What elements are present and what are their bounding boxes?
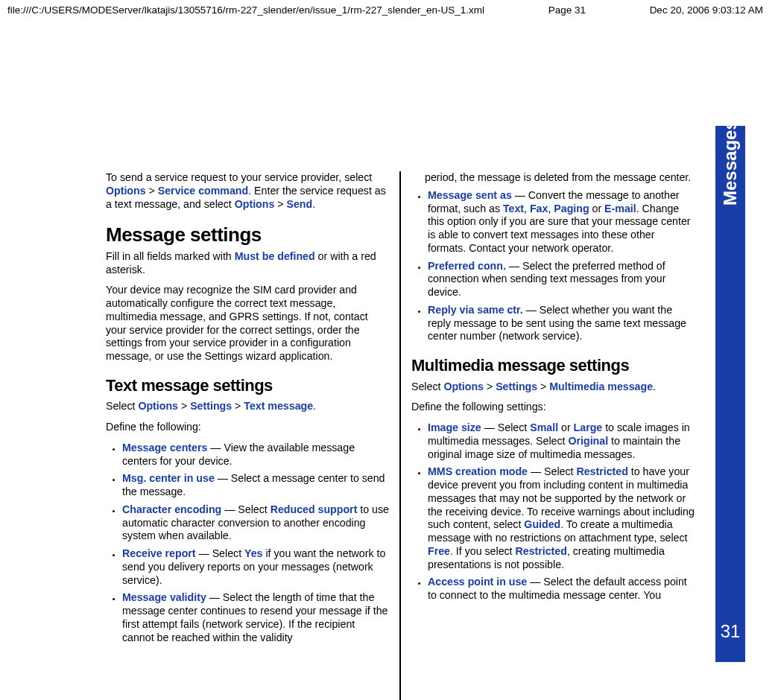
select-path-mms: Select Options > Settings > Multimedia m… xyxy=(411,381,695,394)
page-number: 31 xyxy=(715,620,745,643)
fill-fields-paragraph: Fill in all fields marked with Must be d… xyxy=(106,250,389,277)
text-settings-list: Message centers — View the available mes… xyxy=(106,442,389,645)
list-item: Message sent as — Convert the message to… xyxy=(428,189,695,255)
sim-paragraph: Your device may recognize the SIM card p… xyxy=(106,284,389,363)
heading-message-settings: Message settings xyxy=(106,223,389,247)
define-following-mms: Define the following settings: xyxy=(411,401,695,414)
file-path: file:///C:/USERS/MODEServer/lkatajis/130… xyxy=(7,4,484,17)
page-indicator: Page 31 xyxy=(548,4,586,17)
page: file:///C:/USERS/MODEServer/lkatajis/130… xyxy=(0,0,778,700)
define-following: Define the following: xyxy=(106,421,389,434)
heading-multimedia-settings: Multimedia message settings xyxy=(411,355,695,376)
list-item: Character encoding — Select Reduced supp… xyxy=(122,503,389,543)
timestamp: Dec 20, 2006 9:03:12 AM xyxy=(650,4,763,17)
section-tab-label: Messages xyxy=(719,176,741,206)
content: To send a service request to your servic… xyxy=(95,171,705,700)
intro-paragraph: To send a service request to your servic… xyxy=(106,171,389,211)
list-item: Message centers — View the available mes… xyxy=(122,442,389,468)
heading-text-message-settings: Text message settings xyxy=(106,375,389,396)
list-item: Image size — Select Small or Large to sc… xyxy=(428,421,695,461)
list-item: Access point in use — Select the default… xyxy=(428,576,695,602)
text-settings-list-cont: period, the message is deleted from the … xyxy=(411,171,695,343)
print-header: file:///C:/USERS/MODEServer/lkatajis/130… xyxy=(0,0,778,17)
list-item: MMS creation mode — Select Restricted to… xyxy=(428,465,695,571)
list-item: Preferred conn. — Select the preferred m… xyxy=(428,260,695,299)
mms-settings-list: Image size — Select Small or Large to sc… xyxy=(411,421,695,602)
list-item: Receive report — Select Yes if you want … xyxy=(122,547,389,587)
right-column: period, the message is deleted from the … xyxy=(401,171,705,700)
list-item-continuation: period, the message is deleted from the … xyxy=(425,171,695,185)
list-item: Reply via same ctr. — Select whether you… xyxy=(428,304,695,343)
section-tab: Messages 31 xyxy=(715,126,745,662)
select-path-text: Select Options > Settings > Text message… xyxy=(106,400,389,413)
list-item: Msg. center in use — Select a message ce… xyxy=(122,472,389,499)
list-item: Message validity — Select the length of … xyxy=(122,591,389,644)
left-column: To send a service request to your servic… xyxy=(95,171,399,700)
